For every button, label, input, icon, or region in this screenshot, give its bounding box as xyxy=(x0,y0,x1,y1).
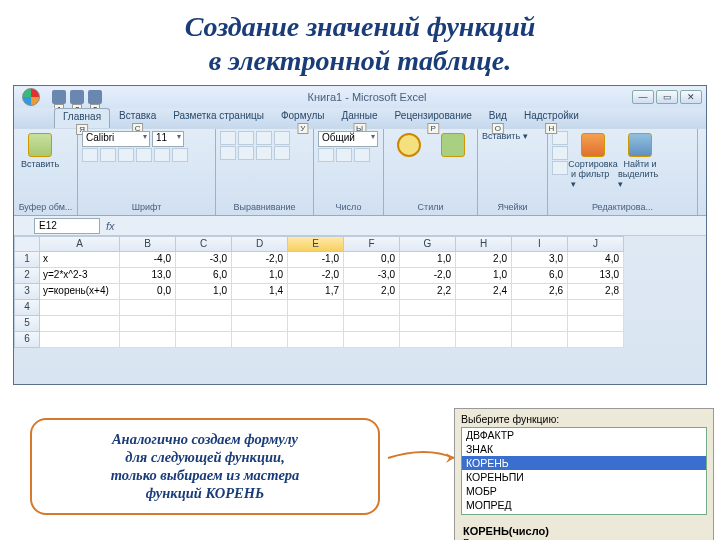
cell[interactable] xyxy=(456,332,512,348)
function-list[interactable]: ДВФАКТРЗНАККОРЕНЬКОРЕНЬПИМОБРМОПРЕДМУЛЬТ… xyxy=(461,427,707,515)
cell[interactable]: 1,0 xyxy=(400,252,456,268)
cell[interactable] xyxy=(176,316,232,332)
wrap-button[interactable] xyxy=(274,131,290,145)
cell[interactable]: -3,0 xyxy=(344,268,400,284)
sort-filter-button[interactable]: Сортировкаи фильтр ▾ xyxy=(571,131,615,189)
currency-button[interactable] xyxy=(318,148,334,162)
merge-button[interactable] xyxy=(274,146,290,160)
column-header[interactable]: D xyxy=(232,236,288,252)
name-box[interactable]: E12 xyxy=(34,218,100,234)
cell[interactable] xyxy=(568,332,624,348)
find-select-button[interactable]: Найти ивыделить ▾ xyxy=(618,131,662,189)
cell[interactable]: 2,0 xyxy=(456,252,512,268)
paste-button[interactable]: Вставить xyxy=(18,131,62,169)
border-button[interactable] xyxy=(136,148,152,162)
row-header[interactable]: 3 xyxy=(14,284,40,300)
tab-Разметка страницы[interactable]: Разметка страницы xyxy=(165,108,272,128)
percent-button[interactable] xyxy=(336,148,352,162)
cell[interactable]: 4,0 xyxy=(568,252,624,268)
align-top-button[interactable] xyxy=(220,131,236,145)
align-mid-button[interactable] xyxy=(238,131,254,145)
cell[interactable]: 2,2 xyxy=(400,284,456,300)
cell[interactable] xyxy=(344,316,400,332)
cells-insert-button[interactable]: Вставить ▾ xyxy=(482,131,528,141)
column-header[interactable]: G xyxy=(400,236,456,252)
row-header[interactable]: 5 xyxy=(14,316,40,332)
cell[interactable]: 13,0 xyxy=(120,268,176,284)
cell[interactable] xyxy=(120,316,176,332)
cell[interactable] xyxy=(568,316,624,332)
cell[interactable]: 6,0 xyxy=(176,268,232,284)
column-header[interactable]: B xyxy=(120,236,176,252)
font-size-combo[interactable]: 11 xyxy=(152,131,184,147)
column-header[interactable]: F xyxy=(344,236,400,252)
maximize-button[interactable]: ▭ xyxy=(656,90,678,104)
comma-button[interactable] xyxy=(354,148,370,162)
cell[interactable] xyxy=(40,332,120,348)
font-name-combo[interactable]: Calibri xyxy=(82,131,150,147)
column-header[interactable]: A xyxy=(40,236,120,252)
cell[interactable]: -2,0 xyxy=(400,268,456,284)
cell[interactable]: 2,0 xyxy=(344,284,400,300)
cell[interactable] xyxy=(512,300,568,316)
cell[interactable] xyxy=(288,332,344,348)
tab-Вставка[interactable]: ВставкаС xyxy=(111,108,164,128)
tab-Надстройки[interactable]: НадстройкиН xyxy=(516,108,587,128)
cell[interactable] xyxy=(176,300,232,316)
cell[interactable]: -3,0 xyxy=(176,252,232,268)
minimize-button[interactable]: — xyxy=(632,90,654,104)
cell[interactable] xyxy=(400,332,456,348)
cell[interactable] xyxy=(344,300,400,316)
cell[interactable]: y=корень(x+4) xyxy=(40,284,120,300)
cell[interactable] xyxy=(568,300,624,316)
cond-format-button[interactable] xyxy=(388,131,429,159)
align-bot-button[interactable] xyxy=(256,131,272,145)
column-header[interactable]: E xyxy=(288,236,344,252)
fill-color-button[interactable] xyxy=(154,148,170,162)
tab-Рецензирование[interactable]: РецензированиеР xyxy=(387,108,480,128)
cell[interactable] xyxy=(288,316,344,332)
cell[interactable]: 3,0 xyxy=(512,252,568,268)
cell[interactable] xyxy=(120,300,176,316)
row-header[interactable]: 4 xyxy=(14,300,40,316)
cell[interactable] xyxy=(456,316,512,332)
column-header[interactable]: J xyxy=(568,236,624,252)
function-list-item[interactable]: КОРЕНЬ xyxy=(462,456,706,470)
cell[interactable]: 13,0 xyxy=(568,268,624,284)
cell[interactable]: -4,0 xyxy=(120,252,176,268)
cell[interactable]: 1,0 xyxy=(176,284,232,300)
cell[interactable]: 0,0 xyxy=(344,252,400,268)
bold-button[interactable] xyxy=(82,148,98,162)
function-list-item[interactable]: МУЛЬТИНОМ xyxy=(462,512,706,515)
cell[interactable]: 1,0 xyxy=(456,268,512,284)
office-button[interactable] xyxy=(14,86,48,108)
row-header[interactable]: 2 xyxy=(14,268,40,284)
cell[interactable] xyxy=(512,316,568,332)
number-format-combo[interactable]: Общий xyxy=(318,131,378,147)
row-header[interactable]: 6 xyxy=(14,332,40,348)
cell[interactable]: 2,8 xyxy=(568,284,624,300)
cell[interactable] xyxy=(232,332,288,348)
cell[interactable]: 1,0 xyxy=(232,268,288,284)
cell[interactable] xyxy=(40,316,120,332)
tab-Вид[interactable]: ВидО xyxy=(481,108,515,128)
cell[interactable]: 6,0 xyxy=(512,268,568,284)
qat-save-icon[interactable]: 1 xyxy=(52,90,66,104)
column-header[interactable]: I xyxy=(512,236,568,252)
function-list-item[interactable]: МОБР xyxy=(462,484,706,498)
column-header[interactable]: H xyxy=(456,236,512,252)
cell[interactable]: 1,7 xyxy=(288,284,344,300)
function-list-item[interactable]: МОПРЕД xyxy=(462,498,706,512)
cell[interactable]: -2,0 xyxy=(288,268,344,284)
cell[interactable]: -1,0 xyxy=(288,252,344,268)
tab-Данные[interactable]: ДанныеЫ xyxy=(333,108,385,128)
function-list-item[interactable]: ЗНАК xyxy=(462,442,706,456)
spreadsheet-grid[interactable]: ABCDEFGHIJ 1x-4,0-3,0-2,0-1,00,01,02,03,… xyxy=(14,236,706,348)
cell[interactable] xyxy=(400,300,456,316)
cell[interactable]: 2,4 xyxy=(456,284,512,300)
cell[interactable] xyxy=(512,332,568,348)
cell[interactable]: 0,0 xyxy=(120,284,176,300)
fx-icon[interactable]: fx xyxy=(106,220,115,232)
cell[interactable] xyxy=(120,332,176,348)
cell[interactable] xyxy=(344,332,400,348)
